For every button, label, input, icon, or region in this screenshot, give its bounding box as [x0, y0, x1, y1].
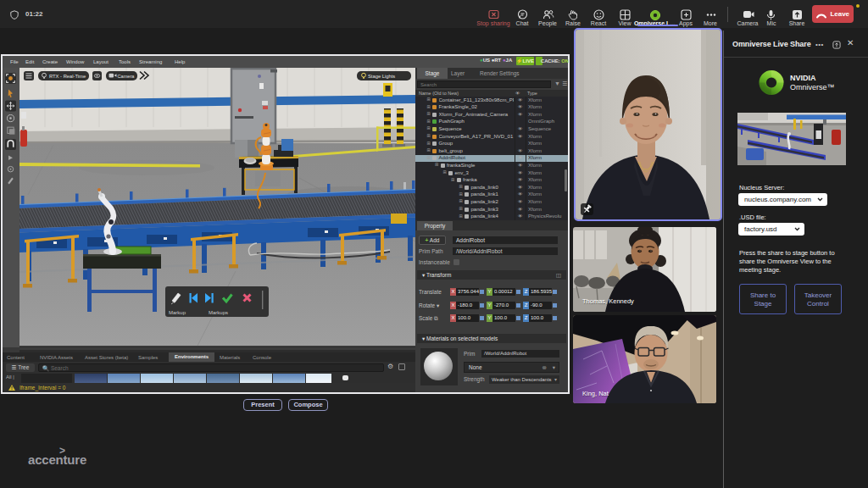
svg-text:Markup: Markup	[169, 310, 186, 315]
svg-text:King, Nat: King, Nat	[582, 390, 609, 397]
svg-text:Thomas, Kennedy: Thomas, Kennedy	[582, 297, 634, 305]
svg-text:NVIDIA: NVIDIA	[790, 74, 816, 82]
svg-text:Stage Lights: Stage Lights	[368, 74, 395, 79]
svg-text:Markups: Markups	[209, 310, 228, 315]
svg-text:Camera: Camera	[118, 74, 136, 79]
svg-text:RTX - Real-Time: RTX - Real-Time	[49, 74, 86, 79]
svg-text:Omniverse™: Omniverse™	[790, 83, 835, 92]
